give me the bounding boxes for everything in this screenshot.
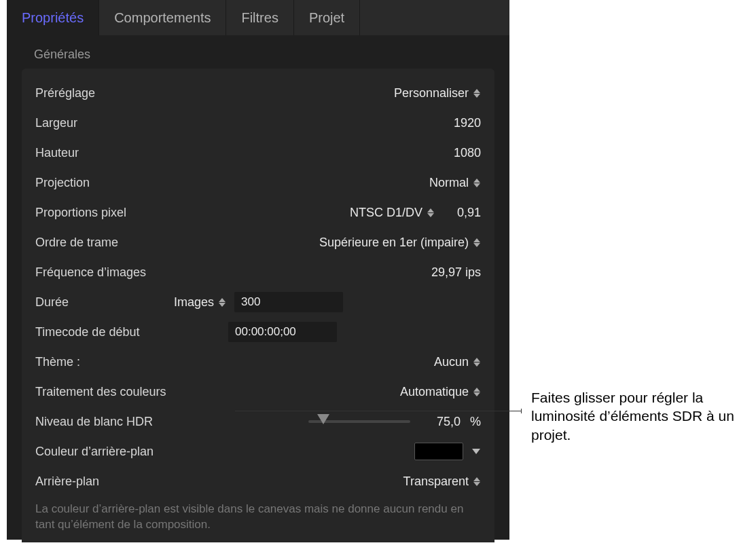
- svg-marker-11: [473, 362, 480, 367]
- duration-input[interactable]: [234, 292, 343, 312]
- background-select[interactable]: Transparent: [403, 475, 481, 489]
- bg-color-swatch[interactable]: [414, 443, 463, 460]
- row-color-processing: Traitement des couleurs Automatique: [35, 377, 481, 407]
- svg-marker-7: [473, 243, 480, 247]
- label-width: Largeur: [35, 116, 178, 130]
- label-start-timecode: Timecode de début: [35, 325, 205, 339]
- label-height: Hauteur: [35, 146, 178, 160]
- label-duration: Durée: [35, 295, 178, 310]
- svg-marker-13: [473, 392, 480, 396]
- svg-marker-6: [473, 238, 480, 242]
- section-header-general: Générales: [7, 35, 509, 69]
- svg-marker-9: [219, 303, 226, 307]
- row-preset: Préréglage Personnaliser: [35, 78, 481, 108]
- section-general: Préréglage Personnaliser Largeur 1920 Ha…: [22, 69, 494, 542]
- updown-icon: [218, 298, 226, 307]
- row-bg-color: Couleur d’arrière-plan: [35, 436, 481, 466]
- tab-spacer: [360, 0, 509, 35]
- updown-icon: [473, 89, 481, 98]
- color-processing-value: Automatique: [400, 385, 469, 399]
- theme-value: Aucun: [434, 355, 469, 369]
- svg-marker-15: [473, 477, 480, 481]
- label-background: Arrière-plan: [35, 475, 178, 489]
- row-pixel-aspect: Proportions pixel NTSC D1/DV 0,91: [35, 198, 481, 227]
- field-order-value: Supérieure en 1er (impaire): [319, 236, 469, 250]
- updown-icon: [473, 179, 481, 187]
- width-value[interactable]: 1920: [440, 116, 481, 130]
- hdr-white-unit: %: [470, 415, 481, 429]
- slider-thumb-icon[interactable]: [317, 414, 329, 424]
- pixel-aspect-value[interactable]: 0,91: [440, 206, 481, 220]
- svg-marker-14: [472, 449, 480, 454]
- preset-value: Personnaliser: [394, 86, 469, 100]
- svg-marker-12: [473, 388, 480, 392]
- inspector-panel: Propriétés Comportements Filtres Projet …: [7, 0, 509, 540]
- updown-icon: [473, 477, 481, 486]
- tab-properties[interactable]: Propriétés: [7, 0, 99, 35]
- label-field-order: Ordre de trame: [35, 236, 178, 250]
- svg-marker-4: [427, 208, 434, 212]
- row-start-timecode: Timecode de début: [35, 317, 481, 347]
- height-value[interactable]: 1080: [440, 146, 481, 160]
- duration-unit-select[interactable]: Images: [174, 295, 226, 310]
- svg-marker-0: [473, 89, 480, 93]
- updown-icon: [473, 388, 481, 396]
- row-height: Hauteur 1080: [35, 138, 481, 168]
- field-order-select[interactable]: Supérieure en 1er (impaire): [319, 236, 481, 250]
- theme-select[interactable]: Aucun: [434, 355, 481, 369]
- projection-value: Normal: [429, 176, 469, 190]
- duration-unit: Images: [174, 295, 214, 310]
- projection-select[interactable]: Normal: [429, 176, 481, 190]
- label-frame-rate: Fréquence d’images: [35, 265, 205, 280]
- row-field-order: Ordre de trame Supérieure en 1er (impair…: [35, 227, 481, 257]
- start-timecode-input[interactable]: [228, 322, 337, 342]
- tab-behaviors[interactable]: Comportements: [99, 0, 226, 35]
- background-value: Transparent: [403, 475, 469, 489]
- tab-project[interactable]: Projet: [294, 0, 360, 35]
- svg-marker-5: [427, 213, 434, 217]
- tab-filters[interactable]: Filtres: [226, 0, 293, 35]
- frame-rate-value[interactable]: 29,97 ips: [413, 265, 481, 280]
- svg-marker-10: [473, 358, 480, 362]
- pixel-aspect-option: NTSC D1/DV: [350, 206, 422, 220]
- pixel-aspect-select[interactable]: NTSC D1/DV: [350, 206, 435, 220]
- background-footnote: La couleur d’arrière-plan est visible da…: [35, 496, 481, 533]
- label-projection: Projection: [35, 176, 178, 190]
- callout-leader-line: [235, 411, 521, 411]
- updown-icon: [473, 238, 481, 247]
- chevron-down-icon[interactable]: [471, 447, 481, 456]
- row-width: Largeur 1920: [35, 108, 481, 138]
- hdr-white-value[interactable]: 75,0: [420, 415, 461, 429]
- updown-icon: [427, 208, 435, 217]
- svg-marker-16: [473, 482, 480, 486]
- callout-text: Faites glisser pour régler la luminosité…: [531, 388, 749, 444]
- label-pixel-aspect: Proportions pixel: [35, 206, 178, 220]
- label-preset: Préréglage: [35, 86, 178, 100]
- color-processing-select[interactable]: Automatique: [400, 385, 481, 399]
- svg-marker-3: [473, 183, 480, 187]
- inspector-tabs: Propriétés Comportements Filtres Projet: [7, 0, 509, 35]
- svg-marker-8: [219, 298, 226, 302]
- label-bg-color: Couleur d’arrière-plan: [35, 445, 212, 459]
- row-frame-rate: Fréquence d’images 29,97 ips: [35, 257, 481, 287]
- preset-select[interactable]: Personnaliser: [394, 86, 481, 100]
- row-projection: Projection Normal: [35, 168, 481, 198]
- row-theme: Thème : Aucun: [35, 347, 481, 377]
- updown-icon: [473, 358, 481, 367]
- hdr-white-slider[interactable]: [308, 420, 410, 423]
- label-theme: Thème :: [35, 355, 178, 369]
- svg-marker-2: [473, 179, 480, 183]
- label-hdr-white: Niveau de blanc HDR: [35, 415, 192, 429]
- label-color-processing: Traitement des couleurs: [35, 385, 212, 399]
- row-duration: Durée Images: [35, 287, 481, 317]
- svg-marker-1: [473, 94, 480, 98]
- row-background: Arrière-plan Transparent: [35, 466, 481, 496]
